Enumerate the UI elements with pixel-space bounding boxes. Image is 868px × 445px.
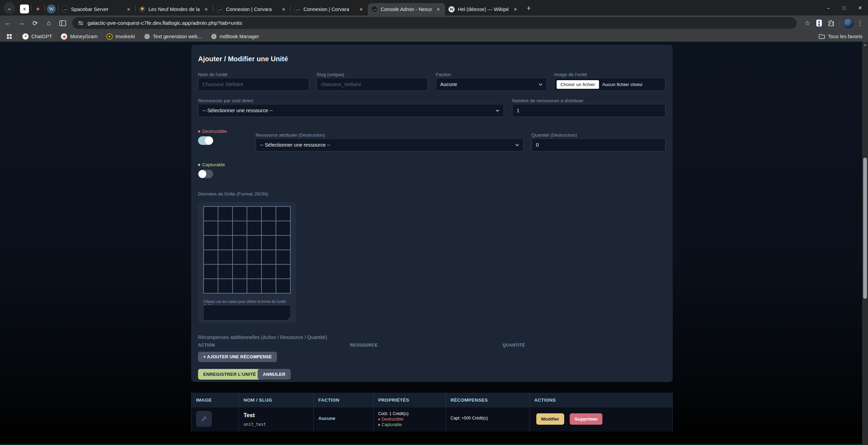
tab-search-button[interactable]: ⌄: [3, 2, 15, 14]
grid-cell[interactable]: [276, 279, 290, 293]
grid-cell[interactable]: [276, 207, 290, 221]
grid-cell[interactable]: [276, 221, 290, 235]
grid-cell[interactable]: [233, 221, 247, 235]
extension-icon[interactable]: [813, 17, 825, 29]
url-text[interactable]: galactic-pve-conquest-c7fe.dev.flatlogic…: [87, 20, 242, 26]
grid-cell[interactable]: [204, 207, 218, 221]
pinned-tab-chatgpt[interactable]: ✳: [18, 3, 31, 15]
edit-button[interactable]: Modifier: [536, 413, 564, 425]
grid-cell[interactable]: [247, 279, 261, 293]
grid-cell[interactable]: [247, 207, 261, 221]
all-bookmarks-button[interactable]: Tous les favoris: [819, 34, 862, 39]
add-reward-button[interactable]: + AJOUTER UNE RÉCOMPENSE: [198, 352, 277, 362]
grid-cell[interactable]: [233, 207, 247, 221]
tab-connexion-corvara-2[interactable]: Connexion | Corvara ✕: [291, 3, 368, 15]
side-panel-icon[interactable]: [56, 17, 69, 29]
pinned-tab-gemini[interactable]: ✦: [31, 3, 44, 15]
destruction-qty-input[interactable]: [531, 138, 665, 151]
grid-cell[interactable]: [262, 279, 276, 293]
maximize-button[interactable]: □: [836, 0, 852, 15]
grid-cell[interactable]: [218, 265, 232, 278]
slug-input[interactable]: [317, 78, 428, 91]
grid-cell[interactable]: [276, 265, 290, 278]
save-unit-button[interactable]: ENREGISTRER L'UNITÉ: [198, 369, 261, 380]
grid-cell[interactable]: [276, 250, 290, 264]
profile-avatar[interactable]: [843, 17, 854, 29]
grid-cell[interactable]: [218, 207, 232, 221]
bookmark-mdbook-manager[interactable]: mdBook Manager: [211, 33, 259, 40]
grid-cell[interactable]: [233, 279, 247, 293]
forward-button[interactable]: →: [15, 17, 28, 29]
back-button[interactable]: ←: [1, 17, 14, 29]
destructible-toggle[interactable]: [198, 136, 213, 145]
home-button[interactable]: ⌂: [43, 17, 55, 29]
grid-cell[interactable]: [218, 221, 232, 235]
new-tab-button[interactable]: +: [524, 3, 534, 13]
grid-cell[interactable]: [218, 236, 232, 250]
tab-neuf-mondes[interactable]: Les Neuf Mondes de la Mythol ✕: [136, 3, 213, 15]
grid-cell[interactable]: [247, 265, 261, 278]
bookmark-text-generation[interactable]: Text generation web...: [144, 33, 202, 40]
chatgpt-icon: ✳: [22, 33, 29, 40]
tab-hel-wikipedia[interactable]: W Hel (déesse) — Wikipédia ✕: [445, 3, 522, 15]
tab-spacebar-server[interactable]: Spacebar Server ✕: [58, 3, 135, 15]
grid-cell[interactable]: [247, 221, 261, 235]
address-bar[interactable]: galactic-pve-conquest-c7fe.dev.flatlogic…: [72, 17, 797, 29]
resource-cost-select[interactable]: -- Sélectionner une ressource --: [198, 104, 504, 117]
close-icon[interactable]: ✕: [435, 6, 442, 13]
choose-file-button[interactable]: Choisir un fichier: [557, 80, 599, 89]
grid-cell[interactable]: [233, 236, 247, 250]
grid-json-textarea[interactable]: [203, 305, 291, 320]
delete-button[interactable]: Supprimer: [570, 413, 603, 425]
grid-cell[interactable]: [204, 279, 218, 293]
close-icon[interactable]: ✕: [125, 6, 132, 13]
grid-cell[interactable]: [262, 250, 276, 264]
faction-select[interactable]: Aucune: [436, 78, 547, 91]
apps-grid-icon[interactable]: [3, 31, 15, 42]
grid-cell[interactable]: [218, 250, 232, 264]
destruction-resource-select[interactable]: -- Sélectionner une ressource --: [256, 138, 524, 151]
close-icon[interactable]: ✕: [203, 6, 209, 13]
grid-cell[interactable]: [233, 265, 247, 278]
close-icon[interactable]: ✕: [512, 6, 519, 13]
pinned-tab-wordpress[interactable]: W: [45, 3, 58, 15]
grid-cell[interactable]: [247, 250, 261, 264]
page-scrollbar[interactable]: ▲: [862, 42, 868, 445]
grid-cell[interactable]: [204, 221, 218, 235]
bookmark-chatgpt[interactable]: ✳ ChatGPT: [22, 33, 52, 40]
grid-cell[interactable]: [218, 279, 232, 293]
grid-cell[interactable]: [262, 221, 276, 235]
close-icon[interactable]: ✕: [358, 6, 364, 13]
tab-connexion-corvara-1[interactable]: Connexion | Corvara ✕: [213, 3, 290, 15]
grid-cell[interactable]: [247, 236, 261, 250]
grid-cell[interactable]: [204, 236, 218, 250]
scroll-up-icon[interactable]: ▲: [862, 43, 868, 46]
unit-image-file-input[interactable]: Choisir un fichier Aucun fichier choisi: [554, 78, 665, 91]
reload-button[interactable]: ⟳: [29, 17, 41, 29]
site-settings-icon[interactable]: [78, 21, 83, 25]
menu-icon[interactable]: ⋮: [854, 17, 866, 29]
resource-count-input[interactable]: [512, 104, 665, 117]
close-window-button[interactable]: ✕: [852, 0, 868, 15]
bookmark-moneygram[interactable]: ◉ MoneyGram: [61, 33, 97, 40]
scrollbar-thumb[interactable]: [863, 158, 867, 299]
destructible-text: Destructible: [202, 129, 227, 134]
cancel-button[interactable]: ANNULER: [258, 369, 291, 380]
grid-cell[interactable]: [233, 250, 247, 264]
extensions-puzzle-icon[interactable]: [825, 17, 837, 29]
capturable-toggle[interactable]: [198, 170, 213, 178]
unit-name-input[interactable]: [198, 78, 309, 91]
browser-titlebar: ⌄ ✳ ✦ W Spacebar Server ✕ Les Neuf Monde…: [0, 0, 868, 15]
grid-cell[interactable]: [204, 250, 218, 264]
grid-cell[interactable]: [262, 207, 276, 221]
minimize-button[interactable]: –: [820, 0, 836, 15]
grid-cell[interactable]: [276, 236, 290, 250]
tab-console-admin-nexus[interactable]: Console Admin - Nexus ✕: [368, 3, 445, 15]
grid-cell[interactable]: [262, 265, 276, 278]
close-icon[interactable]: ✕: [280, 6, 287, 13]
units-table-header: IMAGE NOM / SLUG FACTION PROPRIÉTÉS RÉCO…: [191, 393, 673, 407]
grid-cell[interactable]: [262, 236, 276, 250]
grid-cell[interactable]: [204, 265, 218, 278]
bookmark-invokeai[interactable]: InvokeAI: [106, 33, 135, 40]
bookmark-star-icon[interactable]: ☆: [802, 17, 813, 29]
